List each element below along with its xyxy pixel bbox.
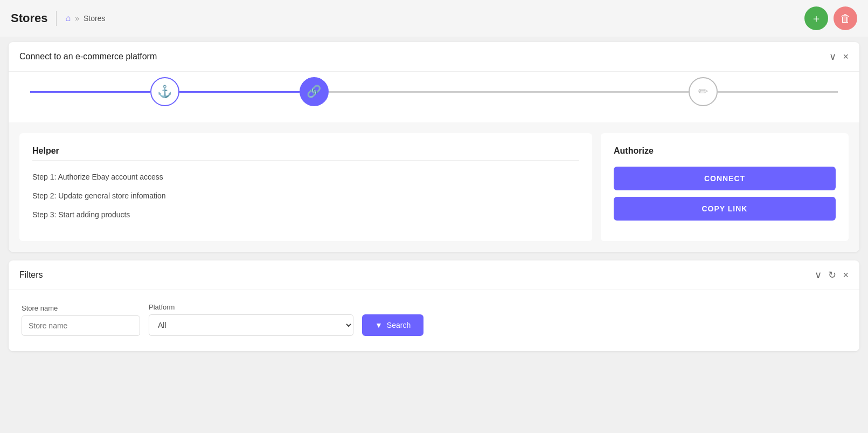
close-icon-filters[interactable]: × <box>843 270 849 281</box>
top-bar: Stores ⌂ » Stores ＋ 🗑 <box>0 0 868 37</box>
main-content: Connect to an e-commerce platform ∨ × ⚓ … <box>0 37 868 356</box>
anchor-icon: ⚓ <box>157 85 172 99</box>
connect-panel: Connect to an e-commerce platform ∨ × ⚓ … <box>9 42 859 252</box>
search-button[interactable]: ▼ Search <box>362 314 423 336</box>
stepper: ⚓ 🔗 ✏ <box>9 72 859 122</box>
step-1-circle[interactable]: ⚓ <box>150 77 179 106</box>
chevron-down-icon[interactable]: ∨ <box>829 51 836 63</box>
close-icon[interactable]: × <box>843 51 849 63</box>
add-button[interactable]: ＋ <box>804 6 828 30</box>
add-icon: ＋ <box>811 11 822 26</box>
breadcrumb-stores: Stores <box>84 14 105 23</box>
platform-select[interactable]: All <box>149 314 353 336</box>
top-bar-left: Stores ⌂ » Stores <box>11 11 105 26</box>
connect-panel-body: Helper Step 1: Authorize Ebay account ac… <box>9 122 859 252</box>
step-3-circle[interactable]: ✏ <box>689 77 718 106</box>
home-icon: ⌂ <box>65 13 71 23</box>
edit-icon: ✏ <box>698 85 708 99</box>
stepper-line-1 <box>30 91 150 93</box>
filters-row: Store name Platform All ▼ Search <box>22 303 846 336</box>
filters-panel-controls: ∨ ↻ × <box>815 269 849 281</box>
connect-panel-header: Connect to an e-commerce platform ∨ × <box>9 42 859 72</box>
page-title: Stores <box>11 11 47 25</box>
helper-panel: Helper Step 1: Authorize Ebay account ac… <box>19 133 592 241</box>
connect-panel-title: Connect to an e-commerce platform <box>19 52 157 61</box>
filter-icon: ▼ <box>375 321 383 329</box>
two-col-layout: Helper Step 1: Authorize Ebay account ac… <box>19 133 849 241</box>
stepper-line-3 <box>329 91 449 93</box>
authorize-title: Authorize <box>614 146 836 156</box>
connect-panel-controls: ∨ × <box>829 51 849 63</box>
delete-button[interactable]: 🗑 <box>834 6 857 30</box>
connect-button[interactable]: CONNECT <box>614 167 836 190</box>
stepper-line-2 <box>179 91 300 93</box>
store-name-input[interactable] <box>22 315 140 336</box>
platform-label: Platform <box>149 303 353 311</box>
helper-step-3: Step 3: Start adding products <box>32 209 579 221</box>
store-name-field: Store name <box>22 304 140 336</box>
filters-panel: Filters ∨ ↻ × Store name Platform All <box>9 260 859 351</box>
helper-step-1: Step 1: Authorize Ebay account access <box>32 171 579 183</box>
trash-icon: 🗑 <box>840 12 851 25</box>
breadcrumb-sep: » <box>75 14 79 23</box>
authorize-panel: Authorize CONNECT COPY LINK <box>601 133 849 241</box>
stepper-line-5 <box>568 91 689 93</box>
step-2-circle[interactable]: 🔗 <box>300 77 329 106</box>
store-name-label: Store name <box>22 304 140 312</box>
top-bar-right: ＋ 🗑 <box>804 6 857 30</box>
filters-panel-header: Filters ∨ ↻ × <box>9 260 859 290</box>
breadcrumb-divider <box>56 11 57 26</box>
helper-title: Helper <box>32 146 579 161</box>
link-icon: 🔗 <box>307 85 321 99</box>
refresh-icon[interactable]: ↻ <box>828 269 836 281</box>
helper-step-2: Step 2: Update general store infomation <box>32 190 579 202</box>
copy-link-button[interactable]: COPY LINK <box>614 197 836 221</box>
platform-field: Platform All <box>149 303 353 336</box>
stepper-line-6 <box>718 91 838 93</box>
filters-body: Store name Platform All ▼ Search <box>9 290 859 351</box>
stepper-line-4 <box>448 91 568 93</box>
search-label: Search <box>387 321 411 329</box>
chevron-down-icon-filters[interactable]: ∨ <box>815 269 822 281</box>
filters-panel-title: Filters <box>19 270 43 280</box>
